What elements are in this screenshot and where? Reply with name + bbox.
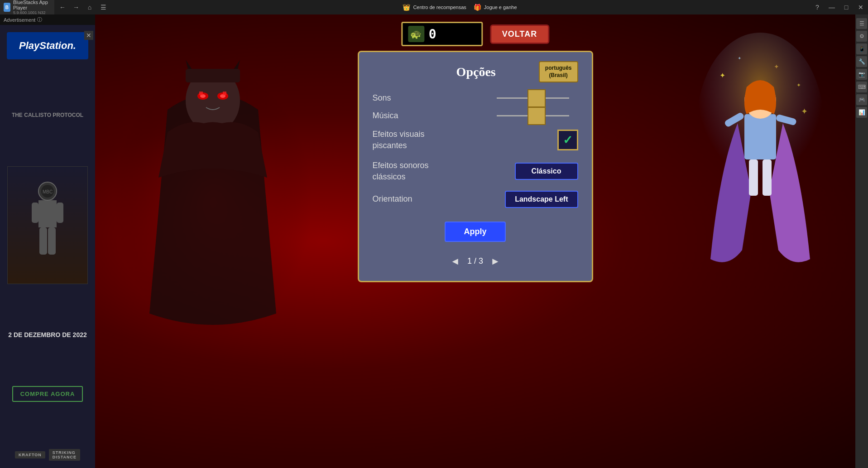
right-character: ✦ ✦ ✦ ✦ ✦: [683, 33, 837, 372]
svg-text:✦: ✦: [801, 107, 808, 116]
ad-content: PlayStation. THE CALLISTO PROTOCOL MBC 2…: [0, 25, 95, 468]
advertisement-text: Advertisement: [4, 17, 35, 23]
right-toolbar: ☰ ⚙ 📱 🔧 📷 ⌨ 🎮 📊: [855, 14, 868, 468]
rewards-label: Centro de recompensas: [413, 5, 466, 10]
sons-handle[interactable]: [528, 89, 546, 107]
svg-rect-1: [38, 200, 57, 227]
musica-track: [497, 115, 569, 116]
krafton-logo: KRAFTON: [15, 451, 45, 458]
voltar-button[interactable]: VOLTAR: [490, 24, 549, 44]
svg-rect-24: [762, 159, 772, 196]
app-name: BlueStacks App Player: [13, 0, 51, 10]
prev-page-button[interactable]: ◄: [450, 256, 460, 267]
maximize-button[interactable]: □: [839, 0, 854, 14]
svg-rect-15: [186, 69, 240, 82]
nav-back-button[interactable]: ←: [56, 1, 69, 14]
play-earn-label: Jogue e ganhe: [484, 5, 517, 10]
title-bar: B BlueStacks App Player 5.9.600.1001 N32…: [0, 0, 868, 14]
bluestacks-icon: B: [4, 3, 10, 12]
nav-home-button[interactable]: ⌂: [83, 1, 96, 14]
ad-date: 2 DE DEZEMBRO DE 2022: [8, 331, 87, 338]
toolbar-keyboard-button[interactable]: ⌨: [856, 82, 867, 92]
rewards-badge[interactable]: 👑 Centro de recompensas: [403, 4, 466, 11]
efeitos-sonoros-row: Efeitos sonorosclássicos Clássico: [373, 160, 578, 183]
musica-handle[interactable]: [528, 107, 546, 125]
crown-icon: 👑: [403, 4, 410, 11]
pagination: ◄ 1 / 3 ►: [373, 251, 578, 267]
help-button[interactable]: ?: [810, 0, 825, 14]
app-logo: B BlueStacks App Player 5.9.600.1001 N32: [0, 0, 54, 14]
dracula-svg: [104, 42, 321, 359]
toolbar-wrench-button[interactable]: 🔧: [856, 56, 867, 67]
svg-rect-4: [39, 227, 47, 255]
sons-slider[interactable]: [497, 97, 578, 99]
toolbar-settings-button[interactable]: ⚙: [856, 31, 867, 42]
ad-sidebar: Advertisement ⓘ ✕ PlayStation. THE CALLI…: [0, 14, 95, 468]
options-header: Opções português(Brasil): [373, 61, 578, 82]
game-area: ✦ ✦ ✦ ✦ ✦ 🐢 0 VOLTAR Opções português(Br…: [95, 14, 855, 468]
nav-history-button[interactable]: ☰: [97, 1, 110, 14]
svg-text:✦: ✦: [719, 72, 725, 79]
apply-button[interactable]: Apply: [445, 222, 505, 242]
toolbar-stats-button[interactable]: 📊: [856, 107, 867, 118]
orientation-label: Orientation: [373, 194, 505, 204]
efeitos-visuais-checkbox[interactable]: ✓: [557, 130, 578, 150]
efeitos-visuais-label: Efeitos visuaispiscantes: [373, 129, 557, 151]
buy-button[interactable]: COMPRE AGORA: [12, 386, 83, 402]
toolbar-gamepad-button[interactable]: 🎮: [856, 94, 867, 105]
svg-rect-3: [57, 203, 63, 223]
playstation-text: PlayStation.: [19, 40, 76, 52]
info-icon: ⓘ: [37, 16, 42, 23]
svg-rect-19: [744, 114, 776, 159]
apply-container: Apply: [373, 220, 578, 242]
sons-track: [497, 97, 569, 99]
right-char-svg: ✦ ✦ ✦ ✦ ✦: [683, 33, 837, 372]
app-version: 5.9.600.1001 N32: [13, 10, 51, 15]
ad-close-button[interactable]: ✕: [84, 31, 93, 40]
window-controls: ? — □ ✕: [810, 0, 868, 14]
svg-rect-2: [32, 203, 38, 223]
musica-row: Música: [373, 111, 578, 121]
efeitos-sonoros-toggle[interactable]: Clássico: [515, 163, 578, 180]
play-earn-badge[interactable]: 🎁 Jogue e ganhe: [474, 4, 517, 11]
musica-slider[interactable]: [497, 115, 578, 116]
nav-forward-button[interactable]: →: [70, 1, 82, 14]
options-dialog: Opções português(Brasil) Sons Música: [358, 51, 593, 282]
orientation-toggle[interactable]: Landscape Left: [505, 191, 578, 208]
options-title: Opções: [413, 65, 539, 79]
musica-label: Música: [373, 111, 497, 121]
next-page-button[interactable]: ►: [490, 256, 500, 267]
svg-text:✦: ✦: [796, 82, 801, 88]
toolbar-menu-button[interactable]: ☰: [856, 18, 867, 29]
score-box: 🐢 0: [401, 22, 483, 46]
nav-buttons: ← → ⌂ ☰: [56, 1, 110, 14]
gift-icon: 🎁: [474, 4, 481, 11]
efeitos-sonoros-label: Efeitos sonorosclássicos: [373, 160, 515, 183]
svg-rect-23: [749, 159, 758, 196]
close-button[interactable]: ✕: [854, 0, 868, 14]
top-hud: 🐢 0 VOLTAR: [401, 22, 549, 46]
orientation-row: Orientation Landscape Left: [373, 191, 578, 208]
score-icon: 🐢: [408, 26, 424, 42]
sons-label: Sons: [373, 93, 497, 103]
svg-text:✦: ✦: [738, 56, 741, 61]
check-mark: ✓: [563, 133, 573, 147]
title-bar-center: 👑 Centro de recompensas 🎁 Jogue e ganhe: [110, 4, 810, 11]
game-cover-art: MBC: [7, 166, 88, 284]
ad-label: Advertisement ⓘ: [0, 14, 95, 25]
svg-text:✦: ✦: [774, 63, 779, 70]
svg-rect-5: [48, 227, 56, 255]
page-current: 1 / 3: [467, 256, 483, 266]
game-name: THE CALLISTO PROTOCOL: [12, 112, 83, 119]
language-button[interactable]: português(Brasil): [539, 61, 578, 82]
dracula-character: [104, 42, 321, 359]
toolbar-camera-button[interactable]: 📷: [856, 69, 867, 80]
studio-logos: KRAFTON STRIKINGDISTANCE: [15, 449, 80, 461]
svg-rect-17: [223, 92, 226, 95]
toolbar-device-button[interactable]: 📱: [856, 43, 867, 54]
game-character-art: MBC: [16, 180, 79, 270]
options-content: Sons Música Efeitos visuaispiscant: [373, 93, 578, 242]
sons-row: Sons: [373, 93, 578, 103]
minimize-button[interactable]: —: [825, 0, 839, 14]
svg-text:MBC: MBC: [43, 189, 53, 194]
